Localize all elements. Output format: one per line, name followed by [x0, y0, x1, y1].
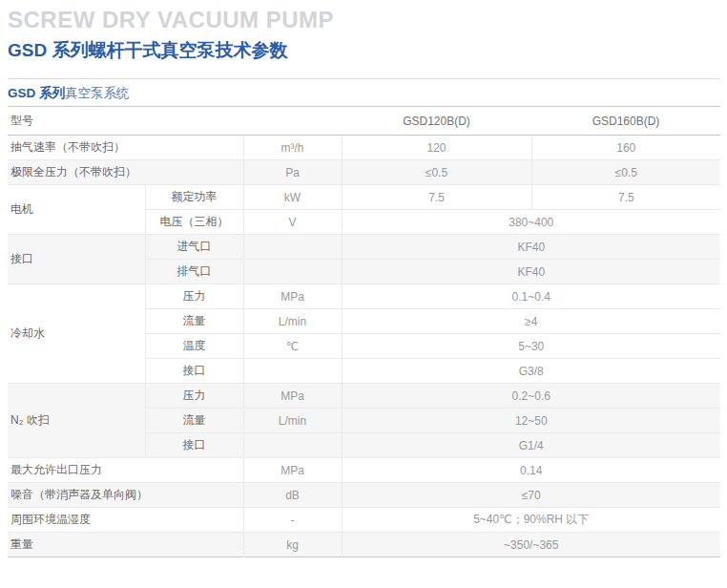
row-sublabel: 压力 — [145, 384, 243, 409]
row-unit: m³/h — [243, 136, 342, 160]
table-row: 极限全压力（不带吹扫） Pa ≤0.5 ≤0.5 — [8, 160, 720, 185]
row-sublabel: 排气口 — [145, 260, 243, 284]
row-value: ≥4 — [342, 309, 720, 334]
table-header-row: 型号 GSD120B(D) GSD160B(D) — [8, 107, 720, 136]
row-unit: MPa — [243, 284, 342, 309]
page-title-zh: GSD 系列螺杆干式真空泵技术参数 — [8, 39, 720, 62]
row-unit — [243, 260, 342, 284]
row-value: G1/4 — [342, 433, 720, 458]
row-unit: kg — [243, 533, 342, 557]
row-value: 380~400 — [342, 210, 720, 235]
row-unit: L/min — [243, 309, 342, 334]
row-group-label: N₂ 吹扫 — [8, 384, 145, 458]
row-unit: - — [243, 508, 342, 533]
row-sublabel: 压力 — [145, 284, 243, 309]
row-unit: dB — [243, 483, 342, 508]
row-value: 160 — [531, 136, 720, 160]
row-value: KF40 — [342, 235, 720, 260]
row-unit: ℃ — [243, 334, 342, 359]
page-title-en: SCREW DRY VACUUM PUMP — [8, 8, 720, 32]
row-value: 5~40℃；90%RH 以下 — [342, 508, 720, 533]
row-value: 7.5 — [342, 185, 531, 210]
series-label: GSD 系列 — [8, 86, 65, 100]
row-value: 7.5 — [531, 185, 720, 210]
row-sublabel: 额定功率 — [145, 185, 243, 210]
table-row: 重量 kg ~350/~365 — [8, 533, 720, 557]
row-sublabel: 电压（三相） — [145, 210, 243, 235]
row-label: 周围环境温湿度 — [8, 508, 243, 533]
row-value: KF40 — [342, 260, 720, 284]
row-group-label: 接口 — [8, 235, 145, 284]
row-sublabel: 温度 — [145, 334, 243, 359]
table-row: 电机 额定功率 kW 7.5 7.5 — [8, 185, 720, 210]
model-name: GSD160B(D) — [531, 107, 720, 136]
table-row: 抽气速率（不带吹扫） m³/h 120 160 — [8, 136, 720, 160]
table-row: 周围环境温湿度 - 5~40℃；90%RH 以下 — [8, 508, 720, 533]
row-value: 120 — [342, 136, 531, 160]
row-label: 极限全压力（不带吹扫） — [8, 160, 243, 185]
row-unit: Pa — [243, 160, 342, 185]
table-row: 接口 进气口 KF40 — [8, 235, 720, 260]
row-label: 噪音（带消声器及单向阀） — [8, 483, 243, 508]
row-sublabel: 接口 — [145, 433, 243, 458]
row-unit: kW — [243, 185, 342, 210]
row-value: ≤0.5 — [342, 160, 531, 185]
row-group-label: 冷却水 — [8, 284, 145, 384]
row-label: 重量 — [8, 533, 243, 557]
row-value: 0.2~0.6 — [342, 384, 720, 409]
row-unit: MPa — [243, 384, 342, 409]
row-unit: L/min — [243, 409, 342, 433]
row-value: ≤0.5 — [531, 160, 720, 185]
row-value: 5~30 — [342, 334, 720, 359]
row-group-label: 电机 — [8, 185, 145, 235]
row-value: G3/8 — [342, 359, 720, 384]
row-sublabel: 流量 — [145, 409, 243, 433]
row-unit: V — [243, 210, 342, 235]
row-value: 12~50 — [342, 409, 720, 433]
row-label: 抽气速率（不带吹扫） — [8, 136, 243, 160]
model-header-cell: 型号 — [8, 107, 342, 136]
spec-sheet: SCREW DRY VACUUM PUMP GSD 系列螺杆干式真空泵技术参数 … — [0, 8, 727, 557]
table-row: 冷却水 压力 MPa 0.1~0.4 — [8, 284, 720, 309]
row-value: 0.1~0.4 — [342, 284, 720, 309]
row-sublabel: 流量 — [145, 309, 243, 334]
row-label: 最大允许出口压力 — [8, 458, 243, 483]
row-unit: MPa — [243, 458, 342, 483]
divider — [8, 78, 720, 79]
row-value: ~350/~365 — [342, 533, 720, 557]
row-unit — [243, 433, 342, 458]
row-value: 0.14 — [342, 458, 720, 483]
spec-table: 型号 GSD120B(D) GSD160B(D) 抽气速率（不带吹扫） m³/h… — [8, 106, 720, 557]
row-sublabel: 进气口 — [145, 235, 243, 260]
section-title: GSD 系列真空泵系统 — [8, 83, 720, 102]
row-sublabel: 接口 — [145, 359, 243, 384]
table-row: 噪音（带消声器及单向阀） dB ≤70 — [8, 483, 720, 508]
row-unit — [243, 235, 342, 260]
row-value: ≤70 — [342, 483, 720, 508]
row-unit — [243, 359, 342, 384]
table-row: N₂ 吹扫 压力 MPa 0.2~0.6 — [8, 384, 720, 409]
model-name: GSD120B(D) — [342, 107, 531, 136]
section-name: 真空泵系统 — [65, 86, 130, 100]
table-row: 最大允许出口压力 MPa 0.14 — [8, 458, 720, 483]
